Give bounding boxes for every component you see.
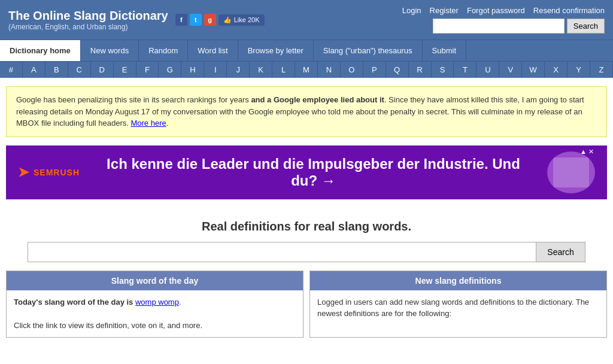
main-search-button[interactable]: Search (536, 242, 585, 262)
googleplus-icon[interactable]: g (204, 14, 216, 26)
register-link[interactable]: Register (430, 6, 459, 15)
letter-bar: # A B C D E F G H I J K L M N O P Q R S … (0, 61, 613, 78)
notice-box: Google has been penalizing this site in … (6, 86, 607, 137)
notice-period: . (166, 119, 169, 128)
nav-thesaurus[interactable]: Slang ("urban") thesaurus (314, 40, 423, 61)
new-slang-definitions-card: New slang definitions Logged in users ca… (309, 271, 607, 338)
letter-o[interactable]: O (341, 62, 363, 78)
letter-q[interactable]: Q (386, 62, 409, 78)
header-right: Login Register Forgot password Resend co… (402, 6, 605, 34)
nav-random[interactable]: Random (139, 40, 188, 61)
notice-text-plain: Google has been penalizing this site in … (16, 95, 251, 104)
main-search-input[interactable] (28, 242, 536, 262)
header-search: Search (433, 19, 605, 34)
letter-k[interactable]: K (250, 62, 272, 78)
letter-t[interactable]: T (454, 62, 477, 78)
cards: Slang word of the day Today's slang word… (6, 271, 607, 338)
nav-word-list[interactable]: Word list (188, 40, 238, 61)
letter-i[interactable]: I (204, 62, 227, 78)
site-title: The Online Slang Dictionary (8, 8, 168, 23)
letter-v[interactable]: V (499, 62, 522, 78)
letter-r[interactable]: R (409, 62, 432, 78)
nav-dictionary-home[interactable]: Dictionary home (0, 40, 81, 61)
letter-m[interactable]: M (295, 62, 318, 78)
facebook-icon[interactable]: f (175, 14, 187, 26)
letter-e[interactable]: E (114, 62, 136, 78)
letter-h[interactable]: H (181, 62, 204, 78)
site-title-block: The Online Slang Dictionary (American, E… (8, 8, 168, 31)
letter-g[interactable]: G (159, 62, 181, 78)
word-of-day-prefix: Today's slang word of the day is (14, 298, 135, 307)
social-icons: f t g 👍 Like 20K (175, 14, 265, 26)
main-search: Search (6, 242, 607, 262)
site-header: The Online Slang Dictionary (American, E… (0, 0, 613, 40)
ad-logo: ➤ SEMRUSH (18, 165, 80, 180)
slang-word-of-day-body: Today's slang word of the day is womp wo… (7, 290, 303, 338)
nav-bar: Dictionary home New words Random Word li… (0, 40, 613, 61)
forgot-password-link[interactable]: Forgot password (467, 6, 525, 15)
ad-visual (547, 151, 595, 193)
letter-c[interactable]: C (68, 62, 91, 78)
header-search-input[interactable] (433, 19, 565, 34)
main-content: Real definitions for real slang words. S… (0, 208, 613, 338)
slang-word-of-day-header: Slang word of the day (7, 271, 303, 290)
new-slang-body-text: Logged in users can add new slang words … (317, 298, 589, 318)
ad-logo-text: SEMRUSH (34, 168, 80, 177)
header-left: The Online Slang Dictionary (American, E… (8, 8, 265, 31)
new-slang-definitions-body: Logged in users can add new slang words … (310, 290, 606, 326)
nav-submit[interactable]: Submit (423, 40, 466, 61)
word-of-day-extra: Click the link to view its definition, v… (14, 321, 202, 330)
letter-w[interactable]: W (522, 62, 545, 78)
ad-banner: ▲ ✕ ➤ SEMRUSH Ich kenne die Leader und d… (6, 145, 607, 199)
letter-y[interactable]: Y (568, 62, 590, 78)
notice-more-link[interactable]: More here (131, 119, 166, 128)
ad-tagline: Ich kenne die Leader und die Impulsgeber… (80, 156, 547, 189)
word-of-day-link[interactable]: womp womp (135, 298, 179, 307)
letter-s[interactable]: S (432, 62, 454, 78)
slang-word-of-day-card: Slang word of the day Today's slang word… (6, 271, 304, 338)
letter-x[interactable]: X (545, 62, 568, 78)
letter-d[interactable]: D (91, 62, 114, 78)
like-button[interactable]: 👍 Like 20K (219, 14, 265, 26)
ad-close[interactable]: ▲ ✕ (580, 148, 594, 156)
letter-z[interactable]: Z (590, 62, 613, 78)
site-subtitle: (American, English, and Urban slang) (8, 23, 168, 31)
ad-logo-icon: ➤ (18, 165, 29, 180)
header-search-button[interactable]: Search (567, 19, 605, 34)
login-link[interactable]: Login (402, 6, 421, 15)
letter-b[interactable]: B (45, 62, 68, 78)
letter-u[interactable]: U (477, 62, 499, 78)
header-links: Login Register Forgot password Resend co… (402, 6, 605, 15)
word-of-day-period: . (179, 298, 181, 307)
notice-text-bold: and a Google employee lied about it (251, 95, 384, 104)
nav-browse-by-letter[interactable]: Browse by letter (238, 40, 314, 61)
letter-p[interactable]: P (363, 62, 386, 78)
letter-n[interactable]: N (318, 62, 341, 78)
letter-a[interactable]: A (23, 62, 45, 78)
letter-hash[interactable]: # (0, 62, 23, 78)
new-slang-definitions-header: New slang definitions (310, 271, 606, 290)
page-heading: Real definitions for real slang words. (6, 220, 607, 233)
letter-l[interactable]: L (272, 62, 295, 78)
letter-f[interactable]: F (136, 62, 159, 78)
resend-confirmation-link[interactable]: Resend confirmation (533, 6, 605, 15)
letter-j[interactable]: J (227, 62, 250, 78)
ad-visual-inner (553, 157, 589, 187)
twitter-icon[interactable]: t (190, 14, 202, 26)
nav-new-words[interactable]: New words (81, 40, 139, 61)
